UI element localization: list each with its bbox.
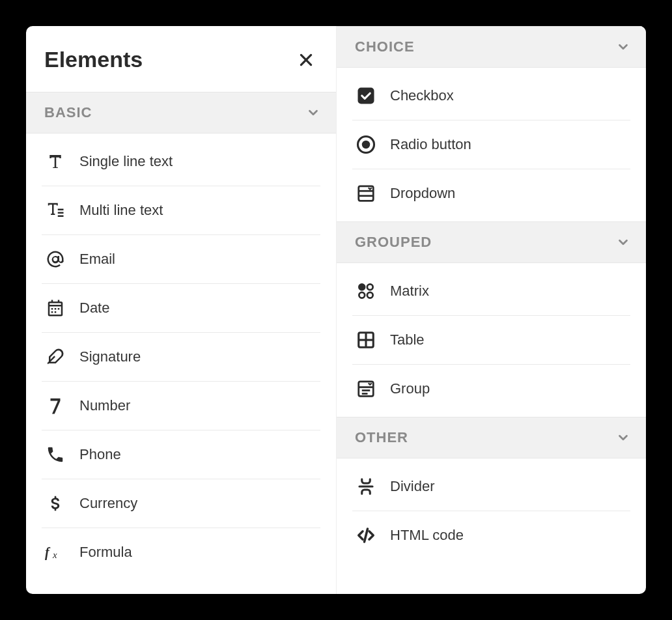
- element-label: Table: [390, 331, 425, 348]
- element-label: Matrix: [390, 283, 429, 300]
- element-phone[interactable]: Phone: [42, 430, 320, 479]
- element-label: Number: [79, 397, 130, 414]
- divider-icon: [355, 475, 377, 498]
- chevron-down-icon: [306, 106, 320, 120]
- element-label: Divider: [390, 478, 434, 495]
- section-title-grouped: GROUPED: [355, 234, 432, 251]
- section-header-choice[interactable]: CHOICE: [337, 26, 646, 68]
- fx-icon: fx: [44, 541, 66, 563]
- multiline-icon: [44, 199, 66, 221]
- element-label: Phone: [79, 446, 121, 463]
- left-column: Elements BASIC Single line text Multi li…: [26, 26, 336, 594]
- calendar-icon: [44, 297, 66, 319]
- elements-panel: Elements BASIC Single line text Multi li…: [26, 26, 646, 594]
- svg-text:f: f: [45, 545, 51, 560]
- element-label: Single line text: [79, 153, 173, 170]
- feather-icon: [44, 346, 66, 368]
- close-icon: [298, 51, 315, 68]
- element-email[interactable]: Email: [42, 235, 320, 284]
- phone-icon: [44, 444, 66, 466]
- seven-icon: [44, 395, 66, 417]
- element-table[interactable]: Table: [352, 316, 630, 365]
- element-label: Formula: [79, 544, 132, 561]
- element-number[interactable]: Number: [42, 382, 320, 430]
- element-divider[interactable]: Divider: [352, 462, 630, 511]
- close-button[interactable]: [294, 48, 318, 72]
- element-label: HTML code: [390, 527, 464, 544]
- element-label: Email: [79, 251, 115, 268]
- dollar-icon: [44, 492, 66, 514]
- section-items-other: Divider HTML code: [337, 458, 646, 563]
- section-header-grouped[interactable]: GROUPED: [337, 221, 646, 263]
- element-multi-line-text[interactable]: Multi line text: [42, 186, 320, 235]
- group-icon: [355, 378, 377, 400]
- at-icon: [44, 248, 66, 270]
- checkbox-icon: [355, 85, 377, 107]
- section-header-other[interactable]: OTHER: [337, 417, 646, 458]
- element-label: Currency: [79, 495, 137, 512]
- matrix-icon: [355, 280, 377, 302]
- element-dropdown[interactable]: Dropdown: [352, 169, 630, 218]
- section-items-choice: Checkbox Radio button Dropdown: [337, 68, 646, 221]
- section-items-basic: Single line text Multi line text Email D…: [26, 134, 336, 580]
- element-label: Signature: [79, 348, 141, 365]
- element-signature[interactable]: Signature: [42, 333, 320, 382]
- svg-text:x: x: [52, 550, 57, 560]
- section-title-basic: BASIC: [44, 104, 92, 121]
- panel-title: Elements: [44, 47, 143, 72]
- chevron-down-icon: [616, 430, 630, 445]
- right-column: CHOICE Checkbox Radio button Drop: [336, 26, 646, 594]
- svg-rect-3: [58, 212, 64, 214]
- chevron-down-icon: [616, 40, 630, 54]
- element-formula[interactable]: fx Formula: [42, 528, 320, 576]
- svg-point-15: [359, 292, 365, 298]
- element-radio-button[interactable]: Radio button: [352, 120, 630, 169]
- element-label: Group: [390, 380, 430, 397]
- svg-point-14: [367, 284, 373, 290]
- svg-rect-2: [58, 209, 64, 211]
- section-title-other: OTHER: [355, 429, 408, 446]
- section-items-grouped: Matrix Table Group: [337, 263, 646, 417]
- dropdown-icon: [355, 182, 377, 204]
- element-label: Date: [79, 300, 109, 317]
- element-date[interactable]: Date: [42, 284, 320, 333]
- element-label: Dropdown: [390, 185, 455, 202]
- svg-point-13: [359, 284, 365, 290]
- element-label: Radio button: [390, 136, 471, 153]
- element-html-code[interactable]: HTML code: [352, 511, 630, 559]
- svg-point-16: [367, 292, 373, 298]
- element-single-line-text[interactable]: Single line text: [42, 137, 320, 186]
- element-label: Multi line text: [79, 202, 163, 219]
- element-checkbox[interactable]: Checkbox: [352, 72, 630, 120]
- panel-header: Elements: [26, 26, 336, 92]
- element-group[interactable]: Group: [352, 365, 630, 413]
- element-label: Checkbox: [390, 87, 454, 104]
- html-icon: [355, 524, 377, 546]
- chevron-down-icon: [616, 235, 630, 249]
- svg-line-25: [365, 529, 368, 542]
- section-title-choice: CHOICE: [355, 38, 415, 55]
- radio-icon: [355, 134, 377, 156]
- section-header-basic[interactable]: BASIC: [26, 92, 336, 134]
- text-icon: [44, 150, 66, 173]
- svg-rect-7: [358, 88, 374, 104]
- svg-point-9: [362, 141, 371, 149]
- element-currency[interactable]: Currency: [42, 479, 320, 528]
- table-icon: [355, 329, 377, 351]
- svg-rect-4: [58, 216, 64, 218]
- element-matrix[interactable]: Matrix: [352, 267, 630, 316]
